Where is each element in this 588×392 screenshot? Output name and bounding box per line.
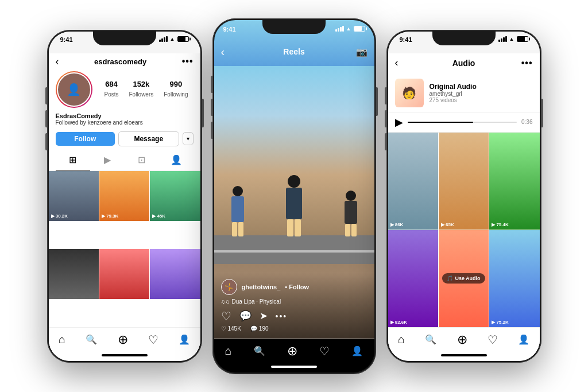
- audio-grid-item-1[interactable]: ▶ 86K: [388, 133, 438, 230]
- nav-search-2[interactable]: 🔍: [254, 346, 265, 356]
- profile-header: ‹ esdrascomedy •••: [49, 53, 200, 71]
- profile-username-header: esdrascomedy: [94, 57, 146, 66]
- audio-duration: 0:36: [521, 119, 532, 125]
- status-icons-1: ▲: [159, 36, 189, 42]
- tab-tagged[interactable]: ⊡: [125, 150, 159, 170]
- nav-search-3[interactable]: 🔍: [425, 334, 436, 345]
- play-button[interactable]: ▶: [395, 116, 403, 129]
- nav-search-1[interactable]: 🔍: [86, 334, 97, 345]
- grid-item-4[interactable]: [49, 249, 99, 299]
- nav-add-1[interactable]: ⊕: [118, 332, 128, 347]
- tab-reels[interactable]: ▶: [90, 150, 125, 170]
- nav-profile-2[interactable]: 👤: [351, 346, 363, 356]
- progress-bar[interactable]: [408, 122, 517, 123]
- side-button-left-2b: [211, 99, 212, 116]
- tab-grid[interactable]: ⊞: [56, 150, 90, 170]
- audio-grid-item-5[interactable]: 🎵 Use Audio: [439, 230, 489, 327]
- display-name: EsdrasComedy: [56, 112, 194, 119]
- nav-add-2[interactable]: ⊕: [287, 344, 297, 359]
- audio-back-button[interactable]: ‹: [395, 57, 399, 69]
- reel-more-button[interactable]: •••: [276, 312, 288, 321]
- signal-icon-3: [498, 36, 507, 42]
- audio-info: Original Audio amethyst_grl 275 videos: [430, 83, 533, 103]
- grid-item-6[interactable]: [150, 249, 200, 299]
- back-button[interactable]: ‹: [56, 56, 59, 68]
- audio-header: ‹ Audio •••: [388, 53, 540, 74]
- reel-camera-button[interactable]: 📷: [356, 46, 368, 57]
- audio-grid-item-3[interactable]: ▶ 75.4K: [489, 133, 539, 230]
- side-button-right-2: [376, 87, 378, 116]
- side-button-left-1: [45, 87, 47, 104]
- tab-igtv[interactable]: 👤: [159, 150, 194, 170]
- nav-heart-3[interactable]: ♡: [488, 333, 498, 347]
- battery-icon-3: [517, 36, 528, 42]
- bottom-nav-1: ⌂ 🔍 ⊕ ♡ 👤: [49, 327, 200, 354]
- reel-song[interactable]: Dua Lipa · Physical: [232, 298, 281, 305]
- audio-grid-2-count: ▶ 65K: [441, 222, 454, 227]
- nav-heart-1[interactable]: ♡: [148, 333, 158, 347]
- audio-more-button[interactable]: •••: [521, 58, 533, 68]
- nav-profile-1[interactable]: 👤: [179, 334, 190, 345]
- notch-3: [432, 32, 496, 45]
- reel-counts-row: ♡ 145K 💬 190: [221, 325, 368, 332]
- figure-3: [345, 191, 357, 236]
- nav-home-3[interactable]: ⌂: [398, 333, 405, 346]
- reel-username[interactable]: ghettotwins_: [242, 284, 281, 290]
- followed-by-text: Followed by kenzoere and eloears: [56, 119, 194, 126]
- reels-tab-icon: ▶: [104, 154, 111, 165]
- profile-avatar: 👤: [57, 72, 91, 107]
- status-time-1: 9:41: [60, 36, 73, 43]
- reel-user-avatar[interactable]: 🤸: [221, 279, 237, 295]
- grid-item-2[interactable]: ▶ 79.3K: [99, 171, 149, 221]
- grid-item-1[interactable]: ▶ 30.2K: [49, 171, 99, 221]
- nav-heart-2[interactable]: ♡: [319, 344, 330, 358]
- nav-profile-3[interactable]: 👤: [518, 334, 529, 345]
- audio-player: ▶ 0:36: [388, 112, 540, 133]
- reel-like-button[interactable]: ♡: [221, 309, 231, 323]
- wifi-icon-3: ▲: [509, 36, 514, 42]
- followers-count: 152k: [129, 80, 153, 88]
- home-indicator-2: [271, 366, 317, 368]
- nav-home-2[interactable]: ⌂: [225, 344, 232, 358]
- side-button-left-2a: [211, 76, 212, 93]
- following-count: 990: [164, 80, 188, 88]
- followers-label: Followers: [129, 91, 153, 98]
- more-options-button[interactable]: •••: [182, 56, 194, 67]
- grid-item-3[interactable]: ▶ 45K: [150, 171, 200, 221]
- reel-comment-button[interactable]: 💬: [239, 310, 252, 322]
- home-indicator-3: [441, 354, 487, 356]
- reel-share-button[interactable]: ➤: [260, 310, 268, 322]
- audio-grid-item-6[interactable]: ▶ 75.2K: [489, 230, 539, 327]
- reel-bottom-overlay: 🤸 ghettotwins_ • Follow ♫♫ Dua Lipa · Ph…: [214, 272, 374, 339]
- status-time-2: 9:41: [223, 26, 236, 33]
- message-button[interactable]: Message: [118, 131, 179, 146]
- audio-grid-1-count: ▶ 86K: [390, 222, 404, 227]
- audio-title: Audio: [452, 59, 475, 68]
- notch-1: [93, 32, 156, 45]
- wifi-icon-2: ▲: [346, 26, 351, 32]
- audio-video-grid: ▶ 86K ▶ 65K ▶ 75.4K ▶ 82.6K 🎵 Use: [388, 133, 540, 327]
- reel-follow-button[interactable]: • Follow: [285, 284, 309, 290]
- side-button-right: [202, 99, 204, 127]
- audio-grid-item-2[interactable]: ▶ 65K: [439, 133, 489, 230]
- nav-home-1[interactable]: ⌂: [59, 333, 65, 346]
- dropdown-button[interactable]: ▾: [183, 132, 194, 145]
- audio-card: 🧑 Original Audio amethyst_grl 275 videos: [388, 74, 540, 112]
- status-icons-2: ▲: [335, 26, 365, 32]
- grid-item-5[interactable]: [99, 249, 149, 299]
- use-audio-button[interactable]: 🎵 Use Audio: [442, 273, 485, 284]
- status-time-3: 9:41: [400, 36, 412, 43]
- side-button-left-2: [45, 110, 47, 127]
- phone-1: 9:41 ▲ ‹ esdr: [47, 30, 202, 363]
- figure-1: [231, 186, 244, 236]
- audio-video-count: 275 videos: [430, 97, 533, 103]
- reel-back-button[interactable]: ‹: [221, 45, 225, 59]
- bottom-nav-2: ⌂ 🔍 ⊕ ♡ 👤: [214, 339, 374, 366]
- reel-likes-count: ♡ 145K: [221, 325, 241, 332]
- side-button-left-3b: [385, 110, 386, 127]
- audio-grid-item-4[interactable]: ▶ 82.6K: [388, 230, 438, 327]
- follow-button[interactable]: Follow: [56, 132, 115, 146]
- profile-avatar-ring[interactable]: 👤: [56, 71, 92, 108]
- reel-video: 9:41 ▲: [214, 20, 374, 339]
- nav-add-3[interactable]: ⊕: [457, 332, 467, 347]
